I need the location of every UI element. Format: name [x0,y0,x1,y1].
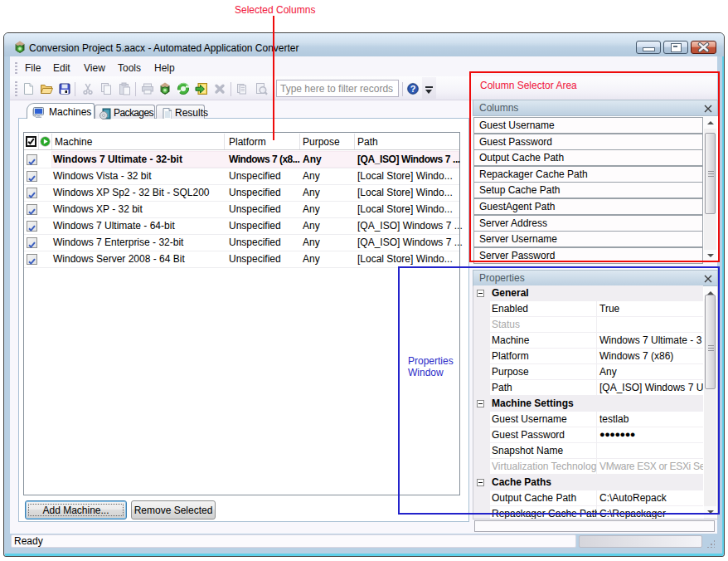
svg-text:?: ? [410,84,416,94]
